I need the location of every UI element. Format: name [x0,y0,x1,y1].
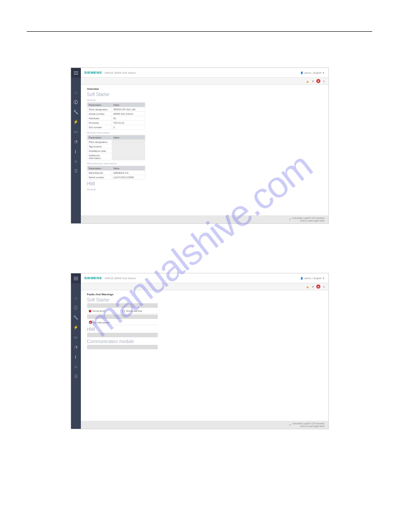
table-row: Installation date [87,149,145,153]
section-comm-module: Communication module [87,339,322,344]
breadcrumb: Overview [87,88,322,90]
table-row: Hardware00 [87,116,145,121]
brand-subtitle: SIRIUS 3RW5 Soft Starter [105,277,136,280]
col-parameters: Parameters [87,103,112,107]
module-table: Parameters Value Short designation3RW55 … [87,102,145,130]
gauge-icon[interactable]: ◔ [74,139,78,144]
brand-logo: SIEMENS [84,276,102,280]
content-area: Overview Soft Starter Module Parameters … [81,85,328,215]
footer-line2: Click to reset logoff timer [293,219,325,222]
alert-bar: ▲ 0 ✕ 1 [81,283,328,290]
chart-icon[interactable]: ⫿ [74,149,78,154]
person-icon[interactable]: ☺ [74,364,78,369]
warning-icon[interactable]: ▲ [306,79,310,84]
plug-icon[interactable]: ⚡ [74,325,78,330]
footer-bar[interactable]: ↺ Automatic Logoff in 25 minute(s) Click… [81,421,328,429]
table-row: Serial numberLQV/11001123456 [87,175,145,180]
history-icon: ↺ [289,423,291,426]
sliders-icon[interactable]: ☰ [74,374,78,379]
group-warning-label: Group warning [126,310,142,312]
topbar: SIEMENS SIRIUS 3RW5 Soft Starter 👤 admin… [81,273,328,283]
hamburger-icon[interactable] [71,68,81,78]
fault-header-row [87,333,158,337]
group-error-icon [89,310,91,312]
subsection-manufacturer: Manufacturer information [87,162,322,165]
screenshot-faults: ⌂ ⓘ 🔧 ⚡ ▭ ◔ ⫿ ☺ ☰ SIEMENS SIRIUS 3RW5 So… [71,273,329,429]
manufacturer-table: Parameters Value ManufacturerSIEMENS AG … [87,166,145,180]
footer-bar[interactable]: ↺ Automatic Logoff in 25 minute(s) Click… [81,215,328,223]
clipboard-icon[interactable]: ▭ [74,130,78,134]
group-warning-icon [122,310,125,312]
subsection-module-info: Module information [87,131,322,134]
error-icon[interactable]: ✕ [316,285,320,289]
subsection-module: Module [87,99,322,101]
main-area: SIEMENS SIRIUS 3RW5 Soft Starter 👤 admin… [81,68,328,223]
sidebar: ⌂ ⓘ 🔧 ⚡ ▭ ◔ ⫿ ☺ ☰ [71,273,81,429]
user-icon: 👤 [300,277,303,280]
wrench-icon[interactable]: 🔧 [74,110,78,114]
chart-icon[interactable]: ⫿ [74,355,78,359]
warning-count: 0 [312,285,314,288]
table-row: Tag location [87,144,145,149]
document-page: manualshive.com ⌂ ⓘ 🔧 ⚡ ▭ ◔ ⫿ ☺ ☰ SIEMEN… [0,0,399,496]
warning-count: 0 [312,80,314,83]
section-hmi: HMI [87,327,322,332]
language-dropdown[interactable]: English ▼ [313,71,324,74]
table-row: Slot number2 [87,125,145,130]
sliders-icon[interactable]: ☰ [74,169,78,173]
brand-logo: SIEMENS [84,71,102,75]
user-area[interactable]: 👤 admin | English ▼ [300,71,324,74]
error-count: 1 [323,80,324,83]
error-count: 1 [323,285,324,288]
col-value: Value [112,135,145,140]
content-area: Faults And Warnings Soft Starter Group e… [81,290,328,421]
table-row: ManufacturerSIEMENS AG [87,171,145,175]
user-name: admin [304,277,311,280]
user-area[interactable]: 👤 admin | English ▼ [300,277,324,280]
home-icon[interactable]: ⌂ [74,90,78,95]
plug-icon[interactable]: ⚡ [74,120,78,124]
main-area: SIEMENS SIRIUS 3RW5 Soft Starter 👤 admin… [81,273,328,429]
history-icon: ↺ [289,218,291,221]
fault-block-hmi [87,333,158,337]
fault-item-label: No main power [93,321,110,324]
group-error-label: Group error [92,310,105,312]
topbar: SIEMENS SIRIUS 3RW5 Soft Starter 👤 admin… [81,68,328,78]
group-status-row: Group error Group warning [87,309,158,314]
section-soft-starter: Soft Starter [87,92,322,97]
warning-icon[interactable]: ▲ [306,285,310,289]
table-row: FirmwareT02.01.01 [87,121,145,125]
table-row: Additional information [87,153,145,160]
fault-error-icon: ✕ [89,321,92,324]
table-row: Article number3RW5 513-1HA14 [87,112,145,116]
section-hmi: HMI [87,181,322,186]
user-icon: 👤 [300,71,303,74]
subsection-hmi-module: Module [87,188,322,191]
info-icon[interactable]: ⓘ [74,100,78,105]
fault-block-comm [87,345,158,349]
fault-header-row [87,345,158,349]
col-value: Value [112,166,145,171]
footer-line2: Click to reset logoff timer [293,425,325,427]
module-info-table: Parameters Value Plant designation Tag l… [87,135,145,160]
home-icon[interactable]: ⌂ [74,296,78,300]
gauge-icon[interactable]: ◔ [74,345,78,349]
breadcrumb: Faults And Warnings [87,293,322,296]
user-name: admin [304,71,311,74]
info-icon[interactable]: ⓘ [74,306,78,310]
alert-bar: ▲ 0 ✕ 1 [81,78,328,85]
person-icon[interactable]: ☺ [74,159,78,163]
table-row: Plant designation [87,140,145,144]
language-dropdown[interactable]: English ▼ [313,277,324,280]
error-icon[interactable]: ✕ [316,79,320,83]
clipboard-icon[interactable]: ▭ [74,335,78,339]
fault-item-row: ✕ No main power [87,320,158,325]
col-parameters: Parameters [87,135,112,140]
hamburger-icon[interactable] [71,273,81,283]
section-soft-starter: Soft Starter [87,297,322,302]
wrench-icon[interactable]: 🔧 [74,315,78,320]
fault-block-softstarter: Group error Group warning ✕ No main powe… [87,303,158,325]
fault-header-row [87,303,158,308]
fault-sub-header [87,314,158,319]
screenshot-overview: ⌂ ⓘ 🔧 ⚡ ▭ ◔ ⫿ ☺ ☰ SIEMENS SIRIUS 3RW5 So… [71,67,329,224]
